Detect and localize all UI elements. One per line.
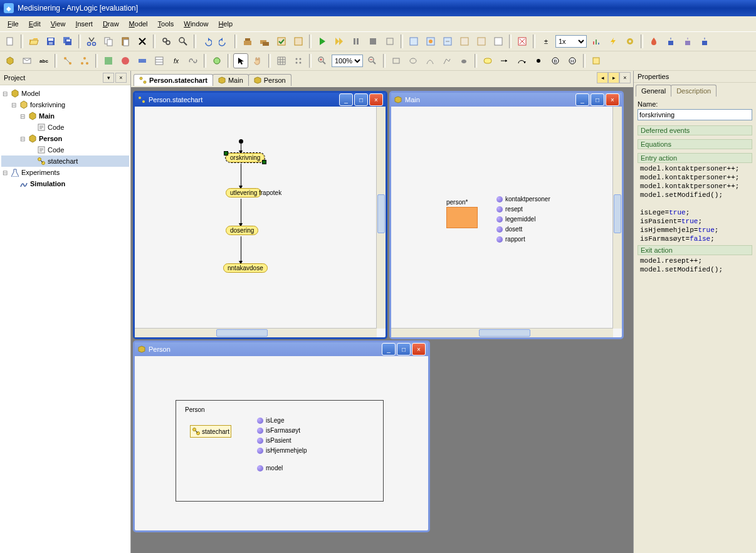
- copy-button[interactable]: [101, 34, 116, 49]
- person-canvas[interactable]: Person statechart isLege isFarmasøyt isP…: [135, 356, 419, 522]
- transition-1[interactable]: [241, 164, 241, 189]
- param-isfarmasoyt[interactable]: isFarmasøyt: [257, 426, 300, 434]
- restart-button[interactable]: [382, 34, 397, 49]
- tree-item-forskrivning[interactable]: ⊟forskrivning: [1, 99, 129, 110]
- circle-button[interactable]: [209, 53, 224, 68]
- speed-select[interactable]: 1x: [555, 35, 587, 48]
- build-all-button[interactable]: [257, 34, 272, 49]
- sc-branch-button[interactable]: B: [548, 53, 563, 68]
- window-5-button[interactable]: [474, 34, 489, 49]
- initial-state-dot[interactable]: [239, 139, 243, 144]
- check-button[interactable]: [274, 34, 289, 49]
- sc-history-button[interactable]: H: [565, 53, 580, 68]
- zoom-in-button[interactable]: [315, 53, 330, 68]
- min-button[interactable]: _: [339, 93, 353, 106]
- entry-action-code[interactable]: model.kontaktpersoner++; model.kontaktpe…: [638, 163, 752, 245]
- sc-state-button[interactable]: [480, 53, 495, 68]
- param-rapport[interactable]: rapport: [496, 235, 525, 243]
- cube-button[interactable]: [3, 53, 18, 68]
- tree-item-person-code[interactable]: Code: [1, 144, 129, 155]
- shape-blob-button[interactable]: [456, 53, 471, 68]
- menu-insert[interactable]: Insert: [70, 18, 98, 29]
- hscroll-thumb[interactable]: [479, 329, 530, 337]
- hot-button[interactable]: [646, 34, 661, 49]
- zoom-out-button[interactable]: [365, 53, 380, 68]
- tree-item-main-code[interactable]: Code: [1, 122, 129, 133]
- menu-model[interactable]: Model: [124, 18, 153, 29]
- tree-item-statechart[interactable]: statechart: [1, 155, 129, 167]
- vscroll-thumb[interactable]: [377, 194, 385, 233]
- properties-tab-general[interactable]: General: [636, 85, 671, 97]
- param-ishjemmehjelp[interactable]: isHjemmehjelp: [257, 446, 307, 454]
- bp3-button[interactable]: [697, 34, 712, 49]
- window-6-button[interactable]: [491, 34, 506, 49]
- prop-name-input[interactable]: [638, 109, 752, 120]
- connect-button[interactable]: [60, 53, 75, 68]
- state-dosering[interactable]: dosering: [226, 226, 258, 235]
- t3-button[interactable]: [135, 53, 150, 68]
- tree-item-main[interactable]: ⊟Main: [1, 110, 129, 122]
- chart-button[interactable]: [589, 34, 604, 49]
- editor-tab-statechart[interactable]: Person.statechart: [134, 74, 213, 86]
- param-model[interactable]: model: [257, 464, 283, 471]
- param-kontaktpersoner[interactable]: kontaktpersoner: [496, 195, 550, 203]
- window-2-button[interactable]: [423, 34, 438, 49]
- tree-item-simulation[interactable]: Simulation: [1, 178, 129, 189]
- panel-close-button[interactable]: ×: [115, 73, 127, 83]
- window-main-titlebar[interactable]: Main _ □ ×: [391, 93, 622, 107]
- mail-button[interactable]: [19, 53, 34, 68]
- hscroll-thumb[interactable]: [216, 329, 268, 337]
- tab-next-button[interactable]: ▸: [608, 72, 619, 83]
- transition-init[interactable]: [241, 144, 241, 154]
- grid-button[interactable]: [274, 53, 289, 68]
- vscroll[interactable]: [612, 107, 622, 329]
- exit-action-code[interactable]: model.resept++; model.setModified();: [638, 255, 752, 275]
- menu-tools[interactable]: Tools: [153, 18, 179, 29]
- replace-button[interactable]: [176, 34, 191, 49]
- link-button[interactable]: [186, 53, 201, 68]
- param-resept[interactable]: resept: [496, 205, 523, 213]
- hscroll[interactable]: [135, 328, 377, 337]
- main-canvas[interactable]: person* kontaktpersoner resept legemidde…: [391, 107, 613, 329]
- shape-line-button[interactable]: [423, 53, 438, 68]
- tab-close-button[interactable]: ×: [619, 72, 631, 83]
- close-button[interactable]: ×: [412, 343, 426, 356]
- menu-draw[interactable]: Draw: [98, 18, 124, 29]
- tree-item-experiments[interactable]: ⊟Experiments: [1, 167, 129, 178]
- flash-button[interactable]: [606, 34, 621, 49]
- min-button[interactable]: _: [382, 343, 396, 356]
- menu-view[interactable]: View: [46, 18, 71, 29]
- save-button[interactable]: [43, 34, 58, 49]
- open-button[interactable]: [26, 34, 41, 49]
- build-button[interactable]: [240, 34, 255, 49]
- vscroll[interactable]: [376, 107, 386, 329]
- min-button[interactable]: _: [575, 93, 589, 106]
- window-person[interactable]: Person _ □ × Person statechart isLege: [133, 340, 430, 532]
- state-forskrivning[interactable]: orskrivning: [226, 153, 265, 162]
- menu-help[interactable]: Help: [213, 18, 238, 29]
- max-button[interactable]: □: [397, 343, 411, 356]
- run-button[interactable]: [315, 34, 330, 49]
- transition-2[interactable]: [241, 199, 241, 226]
- sc-arc-button[interactable]: [514, 53, 529, 68]
- close-button[interactable]: ×: [369, 93, 383, 106]
- snap-button[interactable]: [291, 53, 306, 68]
- param-legemiddel[interactable]: legemiddel: [496, 215, 535, 223]
- misc-2-button[interactable]: ±: [538, 34, 554, 49]
- state-inntak[interactable]: nntakavdose: [223, 263, 268, 273]
- shape-poly-button[interactable]: [439, 53, 454, 68]
- state-utlevering[interactable]: utlevering: [226, 188, 261, 198]
- stop-button[interactable]: [365, 34, 381, 49]
- tab-prev-button[interactable]: ◂: [597, 72, 608, 83]
- hand-button[interactable]: [250, 53, 265, 68]
- delete-button[interactable]: [135, 34, 150, 49]
- find-button[interactable]: [159, 34, 174, 49]
- window-3-button[interactable]: [440, 34, 455, 49]
- embedded-person[interactable]: [446, 207, 478, 228]
- window-4-button[interactable]: [457, 34, 472, 49]
- close-button[interactable]: ×: [606, 93, 619, 106]
- tree-item-person[interactable]: ⊟Person: [1, 133, 129, 144]
- menu-file[interactable]: File: [3, 18, 24, 29]
- cut-button[interactable]: [84, 34, 99, 49]
- menu-edit[interactable]: Edit: [24, 18, 46, 29]
